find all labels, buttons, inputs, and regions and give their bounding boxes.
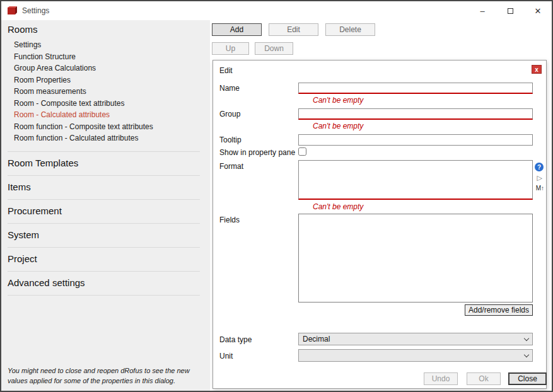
rooms-tree-list: Settings Function Structure Group Area C… <box>8 39 200 144</box>
close-button[interactable]: Close <box>508 372 547 385</box>
delete-button[interactable]: Delete <box>325 23 375 36</box>
section-project: Project <box>8 248 200 272</box>
maximize-icon[interactable] <box>496 1 524 20</box>
format-field[interactable] <box>298 160 533 200</box>
ok-button[interactable]: Ok <box>467 372 501 385</box>
fields-listbox[interactable] <box>298 214 533 303</box>
data-type-selected-value: Decimal <box>303 335 330 343</box>
tooltip-label: Tooltip <box>219 135 242 144</box>
section-advanced-settings: Advanced settings <box>8 272 200 296</box>
help-icon[interactable]: ? <box>535 163 544 171</box>
down-button[interactable]: Down <box>255 42 293 55</box>
chevron-down-icon <box>524 335 529 340</box>
data-type-select[interactable]: Decimal <box>298 333 533 345</box>
sidebar-item-settings[interactable]: Settings <box>8 39 200 51</box>
name-field[interactable] <box>298 83 533 94</box>
settings-nav-sidebar: Rooms Settings Function Structure Group … <box>1 20 210 391</box>
group-field[interactable] <box>298 108 533 120</box>
unit-label: Unit <box>219 352 233 360</box>
sidebar-item-function-structure[interactable]: Function Structure <box>8 51 200 63</box>
section-rooms: Rooms Settings Function Structure Group … <box>8 20 200 152</box>
title-bar: Settings – ✕ <box>1 1 552 20</box>
sidebar-section-project[interactable]: Project <box>8 253 200 264</box>
name-label: Name <box>219 84 240 93</box>
tooltip-field[interactable] <box>298 134 533 146</box>
data-type-label: Data type <box>219 335 252 344</box>
undo-button[interactable]: Undo <box>424 372 458 385</box>
window-title: Settings <box>22 6 49 15</box>
sidebar-section-system[interactable]: System <box>8 229 200 240</box>
edit-button[interactable]: Edit <box>269 23 318 36</box>
section-items: Items <box>8 176 200 200</box>
restart-hint-note: You might need to close and reopen dRofu… <box>8 366 200 386</box>
add-button[interactable]: Add <box>212 23 262 36</box>
group-label: Group <box>219 110 240 118</box>
sidebar-section-procurement[interactable]: Procurement <box>8 205 200 216</box>
sidebar-item-room-measurements[interactable]: Room measurements <box>8 86 200 98</box>
section-room-templates: Room Templates <box>8 152 200 176</box>
group-error-message: Can't be empty <box>313 122 363 130</box>
settings-window: Settings – ✕ Rooms Settings Function Str… <box>0 0 553 392</box>
edit-attribute-panel: Edit x Name Can't be empty Group Can't b… <box>212 60 547 389</box>
add-remove-fields-button[interactable]: Add/remove fields <box>465 304 533 316</box>
show-in-property-pane-checkbox[interactable] <box>298 147 306 156</box>
sidebar-item-room-calculated-attributes[interactable]: Room - Calculated attributes <box>8 109 200 121</box>
sidebar-section-advanced-settings[interactable]: Advanced settings <box>8 277 200 288</box>
window-controls: – ✕ <box>469 1 552 20</box>
panel-close-icon[interactable]: x <box>532 65 542 74</box>
maximize-box-glyph <box>508 8 513 14</box>
sidebar-section-items[interactable]: Items <box>8 182 200 192</box>
format-label: Format <box>219 162 243 171</box>
section-procurement: Procurement <box>8 200 200 224</box>
sidebar-item-room-properties[interactable]: Room Properties <box>8 74 200 86</box>
uppercase-icon[interactable]: M↑ <box>536 185 544 192</box>
sidebar-item-room-composite-text-attributes[interactable]: Room - Composite text attributes <box>8 98 200 110</box>
chevron-down-icon <box>524 352 529 357</box>
fields-label: Fields <box>219 216 240 224</box>
sidebar-section-room-templates[interactable]: Room Templates <box>8 158 200 168</box>
app-logo-icon <box>7 6 18 16</box>
edit-panel-title: Edit <box>219 66 233 75</box>
sidebar-item-group-area-calculations[interactable]: Group Area Calculations <box>8 62 200 74</box>
sidebar-item-room-function-composite-text-attributes[interactable]: Room function - Composite text attribute… <box>8 121 200 133</box>
run-preview-icon[interactable]: ▷ <box>537 174 542 182</box>
format-error-message: Can't be empty <box>313 202 363 211</box>
up-button[interactable]: Up <box>212 42 249 55</box>
show-in-property-pane-label: Show in property pane <box>219 148 295 157</box>
sidebar-item-room-function-calculated-attributes[interactable]: Room function - Calculated attributes <box>8 132 200 144</box>
unit-select[interactable] <box>298 349 533 362</box>
minimize-icon[interactable]: – <box>469 1 496 20</box>
close-icon[interactable]: ✕ <box>524 1 552 20</box>
name-error-message: Can't be empty <box>313 96 363 105</box>
section-system: System <box>8 224 200 248</box>
sidebar-section-rooms[interactable]: Rooms <box>8 24 200 35</box>
